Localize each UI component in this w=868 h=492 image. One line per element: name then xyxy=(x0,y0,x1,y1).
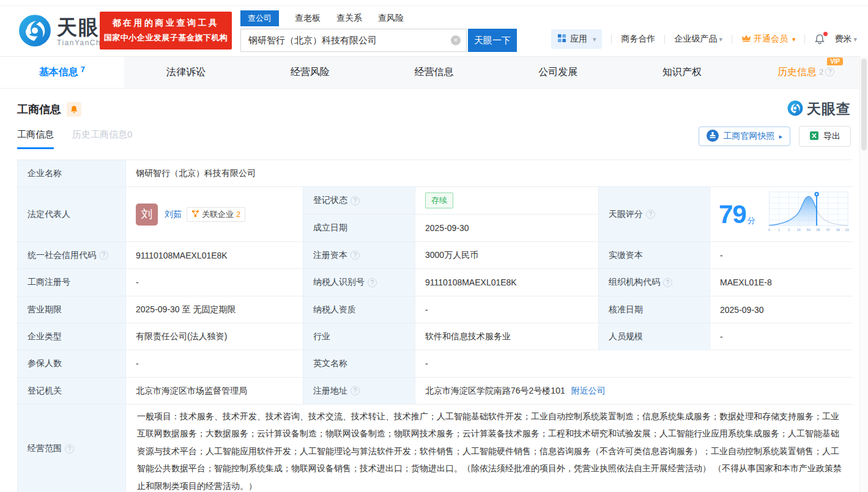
svg-text:99: 99 xyxy=(836,228,840,232)
taxpayer-id-value: 91110108MAEXL01E8K xyxy=(415,269,599,296)
svg-text:3: 3 xyxy=(788,228,790,232)
apps-grid-icon xyxy=(557,34,566,45)
help-icon[interactable] xyxy=(351,251,360,260)
tab-label: 历史信息 xyxy=(777,66,817,79)
tab-intellectual-property[interactable]: 知识产权 xyxy=(620,57,744,88)
tianyancha-watermark: 天眼查 xyxy=(787,100,851,119)
divider xyxy=(611,35,612,44)
business-term-label: 营业期限 xyxy=(18,296,126,323)
help-icon[interactable] xyxy=(825,67,834,76)
credit-code-label: 统一社会信用代码 xyxy=(18,242,126,269)
nav-open-vip-label: 开通会员 xyxy=(754,34,788,45)
svg-text:0: 0 xyxy=(768,228,770,232)
help-icon[interactable] xyxy=(368,278,377,287)
address-cell: 北京市海淀区学院南路76号2号楼101 附近公司 xyxy=(415,378,853,405)
export-button[interactable]: 导出 xyxy=(799,126,851,147)
search-tab-company[interactable]: 查公司 xyxy=(240,10,279,26)
search-input[interactable] xyxy=(240,29,467,52)
paid-capital-label: 实缴资本 xyxy=(599,242,710,269)
tab-operating-info[interactable]: 经营信息 xyxy=(372,57,496,88)
reg-number-value: - xyxy=(126,269,303,296)
search-button[interactable]: 天眼一下 xyxy=(468,29,517,52)
score-cell[interactable]: 79 分 xyxy=(710,187,853,242)
notification-bell-icon[interactable] xyxy=(814,34,825,45)
reg-capital-label: 注册资本 xyxy=(303,242,415,269)
snapshot-label: 工商官网快照 xyxy=(723,131,774,142)
scope-label: 经营范围 xyxy=(18,405,126,492)
search-area: 查公司 查老板 查关系 查风险 天眼一下 xyxy=(240,10,517,52)
search-tab-relation[interactable]: 查关系 xyxy=(336,13,362,24)
scope-value: 一般项目：技术服务、技术开发、技术咨询、技术交流、技术转让、技术推广；人工智能基… xyxy=(126,405,853,492)
nav-apps[interactable]: 应用 xyxy=(551,29,603,49)
industry-value: 软件和信息技术服务业 xyxy=(415,323,599,350)
legal-rep-label: 法定代表人 xyxy=(18,187,126,242)
subscribe-bell-icon[interactable] xyxy=(67,102,81,117)
tab-legal-proceedings[interactable]: 法律诉讼 xyxy=(124,57,248,88)
tab-label: 基本信息 xyxy=(39,66,78,79)
divider xyxy=(804,35,805,44)
company-section-tabs: 基本信息 7 法律诉讼 经营风险 经营信息 公司发展 知识产权 历史信息 2 V… xyxy=(0,56,868,89)
section-title: 工商信息 xyxy=(17,102,61,117)
search-tab-boss[interactable]: 查老板 xyxy=(295,13,321,24)
business-info-table: 企业名称 钢研智行（北京）科技有限公司 法定代表人 刘 刘茹 关联企业 2 登记… xyxy=(17,160,852,492)
subtab-history-business-info[interactable]: 历史工商信息0 xyxy=(72,129,132,149)
score-label: 天眼评分 xyxy=(599,187,710,242)
insured-label: 参保人数 xyxy=(18,350,126,378)
scrollbar[interactable] xyxy=(859,56,868,492)
help-icon[interactable] xyxy=(99,251,108,260)
reg-status-cell: 存续 xyxy=(415,187,599,215)
help-icon[interactable] xyxy=(663,278,672,287)
company-type-label: 企业类型 xyxy=(18,323,126,350)
svg-text:85: 85 xyxy=(817,228,820,232)
search-tab-risk[interactable]: 查风险 xyxy=(378,13,404,24)
slogan-line1: 都在用的商业查询工具 xyxy=(113,18,220,29)
reg-status-label: 登记状态 xyxy=(303,187,415,215)
approval-date-value: 2025-09-30 xyxy=(710,296,853,323)
nav-cooperation[interactable]: 商务合作 xyxy=(621,34,655,45)
nav-open-vip[interactable]: 开通会员 xyxy=(741,34,796,45)
subtabs: 工商信息 历史工商信息0 xyxy=(17,129,132,149)
approval-date-label: 核准日期 xyxy=(599,296,710,323)
english-name-label: 英文名称 xyxy=(303,350,415,378)
tab-basic-info[interactable]: 基本信息 7 xyxy=(0,57,124,88)
company-name-label: 企业名称 xyxy=(18,160,126,187)
legal-rep-avatar[interactable]: 刘 xyxy=(136,204,158,226)
tab-label: 法律诉讼 xyxy=(166,66,206,79)
official-snapshot-button[interactable]: 工商官网快照 ▸ xyxy=(699,127,790,146)
legal-rep-cell: 刘 刘茹 关联企业 2 xyxy=(126,187,303,242)
nav-enterprise[interactable]: 企业级产品 xyxy=(674,34,722,45)
help-icon[interactable] xyxy=(351,196,360,205)
svg-text:100: 100 xyxy=(845,228,849,232)
tianyancha-logo-icon xyxy=(18,14,51,50)
help-icon[interactable] xyxy=(65,444,74,453)
watermark-text: 天眼查 xyxy=(807,100,851,119)
taxpayer-quality-value: - xyxy=(415,296,599,323)
org-code-value: MAEXL01E-8 xyxy=(710,269,853,296)
divider xyxy=(732,35,732,44)
clear-search-icon[interactable] xyxy=(451,35,461,45)
tab-history-info[interactable]: 历史信息 2 VIP xyxy=(744,57,868,88)
address-label: 注册地址 xyxy=(303,378,415,405)
svg-text:16: 16 xyxy=(797,228,801,232)
company-name-value: 钢研智行（北京）科技有限公司 xyxy=(126,160,853,187)
related-companies-badge[interactable]: 关联企业 2 xyxy=(187,207,245,222)
tianyancha-watermark-icon xyxy=(787,100,803,119)
score-value: 79 xyxy=(719,202,746,227)
tab-operating-risk[interactable]: 经营风险 xyxy=(248,57,372,88)
help-icon[interactable] xyxy=(646,210,655,219)
username: 费米 xyxy=(834,34,851,45)
tab-company-development[interactable]: 公司发展 xyxy=(496,57,620,88)
nearby-companies-link[interactable]: 附近公司 xyxy=(571,386,606,397)
nav-enterprise-label: 企业级产品 xyxy=(674,34,717,45)
subtab-business-info[interactable]: 工商信息 xyxy=(17,129,54,149)
related-label: 关联企业 xyxy=(202,209,234,220)
status-badge: 存续 xyxy=(425,193,453,208)
help-icon[interactable] xyxy=(351,386,360,395)
legal-rep-name-link[interactable]: 刘茹 xyxy=(165,209,182,220)
nav-user-menu[interactable]: 费米 xyxy=(834,34,857,45)
insured-value: - xyxy=(126,350,303,378)
industry-label: 行业 xyxy=(303,323,415,350)
nav-apps-label: 应用 xyxy=(570,34,587,45)
scrollbar-thumb[interactable] xyxy=(861,59,867,150)
tab-count: 2 xyxy=(819,67,823,76)
